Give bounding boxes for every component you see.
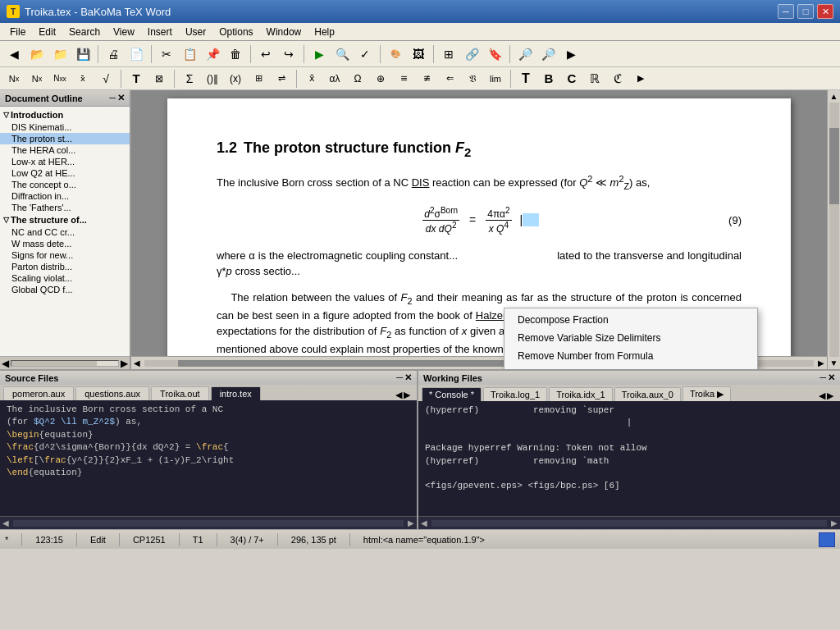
box-btn[interactable]: ⊠	[148, 68, 170, 89]
scroll-down[interactable]: ▼	[830, 358, 838, 368]
tab-aux0[interactable]: Troika.aux_0	[614, 387, 681, 401]
copy-button[interactable]: 📋	[179, 43, 200, 65]
dis-link[interactable]: DIS	[412, 176, 430, 189]
menu-user[interactable]: User	[179, 25, 212, 39]
source-close[interactable]: ✕	[404, 372, 412, 383]
matrix-btn[interactable]: ⊞	[248, 68, 269, 89]
menu-search[interactable]: Search	[62, 25, 107, 39]
open-button[interactable]: 📂	[26, 43, 48, 65]
open2-button[interactable]: 📁	[49, 43, 71, 65]
minimize-button[interactable]: ─	[778, 4, 794, 19]
paren-btn[interactable]: (x)	[225, 68, 246, 89]
hscroll-left[interactable]: ◀	[131, 358, 143, 368]
work-hscroll-left[interactable]: ◀	[418, 518, 430, 527]
outline-scaling[interactable]: Scaling violat...	[0, 272, 130, 284]
outline-dis[interactable]: DIS Kinemati...	[0, 121, 130, 133]
save-button[interactable]: 💾	[72, 43, 94, 65]
omega-btn[interactable]: Ω	[347, 68, 368, 89]
menu-insert[interactable]: Insert	[141, 25, 179, 39]
scroll-up[interactable]: ▲	[830, 92, 838, 101]
delete-button[interactable]: 🗑	[225, 43, 246, 65]
ctx-remove-delim[interactable]: Remove Variable Size Delimiters	[504, 329, 757, 347]
outline-nc-cc[interactable]: NC and CC cr...	[0, 226, 130, 238]
outline-signs[interactable]: Signs for new...	[0, 249, 130, 261]
spell-btn[interactable]: ✓	[354, 43, 376, 65]
text-T-btn[interactable]: T	[126, 68, 147, 89]
menu-view[interactable]: View	[107, 25, 141, 39]
bookmark-btn[interactable]: 🔖	[484, 43, 505, 65]
working-content[interactable]: (hyperref) removing `super | Package hyp…	[418, 401, 840, 516]
more2-btn[interactable]: ▶	[630, 68, 651, 89]
outline-lowq2[interactable]: Low Q2 at HE...	[0, 167, 130, 179]
redo-button[interactable]: ↪	[278, 43, 299, 65]
frac-simple-btn[interactable]: x̄	[72, 68, 94, 89]
print-button[interactable]: 🖨	[103, 43, 124, 65]
romanR-btn[interactable]: ℝ	[584, 68, 605, 89]
tab-log1[interactable]: Troika.log_1	[483, 387, 547, 401]
source-hscrollbar[interactable]: ◀ ▶	[0, 516, 417, 529]
oplus-btn[interactable]: ⊕	[370, 68, 391, 89]
sqrt-btn[interactable]: √	[95, 68, 116, 89]
outline-diffraction[interactable]: Diffraction in...	[0, 190, 130, 202]
back-button[interactable]: ◀	[3, 43, 25, 65]
alpha-btn[interactable]: αλ	[324, 68, 345, 89]
src-hscroll-right[interactable]: ▶	[405, 518, 417, 527]
menu-help[interactable]: Help	[308, 25, 341, 39]
outline-introduction[interactable]: ▽ Introduction	[0, 108, 130, 121]
sub-btn[interactable]: Nx	[26, 68, 48, 89]
outline-fathers[interactable]: The 'Fathers'...	[0, 202, 130, 213]
outline-proton-struct[interactable]: The proton st...	[0, 133, 130, 144]
source-content[interactable]: The inclusive Born cross section of a NC…	[0, 400, 417, 516]
calC-btn[interactable]: ℭ	[607, 68, 628, 89]
paste-button[interactable]: 📌	[202, 43, 223, 65]
outline-hera[interactable]: The HERA col...	[0, 144, 130, 156]
gothic-btn[interactable]: 𝔙	[462, 68, 483, 89]
romanC-btn[interactable]: C	[561, 68, 582, 89]
outline-parton[interactable]: Parton distrib...	[0, 261, 130, 272]
arrow2-btn[interactable]: ⇐	[439, 68, 460, 89]
sum-btn[interactable]: Σ	[179, 68, 200, 89]
bracket-btn[interactable]: ()‖	[202, 68, 223, 89]
outline-w-mass[interactable]: W mass dete...	[0, 238, 130, 249]
more-btn[interactable]: ▶	[560, 43, 582, 65]
tab-console[interactable]: * Console *	[422, 387, 482, 401]
maximize-button[interactable]: □	[797, 4, 814, 19]
zoom-out-btn[interactable]: 🔎	[537, 43, 559, 65]
super-btn[interactable]: Nx	[3, 68, 25, 89]
outline-structure-section[interactable]: ▽ The structure of...	[0, 213, 130, 226]
doc-vscrollbar[interactable]: ▲ ▼	[827, 90, 840, 369]
scroll-left[interactable]: ◀	[2, 358, 9, 369]
src-next[interactable]: ▶	[404, 390, 410, 400]
image-btn[interactable]: 🖼	[408, 43, 429, 65]
outline-concept[interactable]: The concept o...	[0, 179, 130, 190]
outline-scrollbar[interactable]: ◀ ▶	[0, 356, 130, 369]
work-hscroll-right[interactable]: ▶	[829, 518, 840, 527]
tab-questions[interactable]: questions.aux	[75, 386, 149, 400]
ctx-remove-num[interactable]: Remove Number from Formula	[504, 347, 757, 365]
lim-btn[interactable]: lim	[485, 68, 506, 89]
tab-pomeron[interactable]: pomeron.aux	[3, 386, 74, 400]
arrows-btn[interactable]: ⇌	[271, 68, 292, 89]
print2-button[interactable]: 📄	[126, 43, 147, 65]
status-icon[interactable]	[819, 532, 835, 547]
tab-idx1[interactable]: Troika.idx_1	[549, 387, 613, 401]
ctx-decompose[interactable]: Decompose Fraction	[504, 311, 757, 329]
outline-minus[interactable]: ─	[109, 93, 116, 103]
compile-button[interactable]: ▶	[308, 43, 330, 65]
structure-collapse[interactable]: ▽	[3, 216, 9, 224]
menu-file[interactable]: File	[3, 25, 32, 39]
zoom-in-btn[interactable]: 🔎	[514, 43, 536, 65]
menu-window[interactable]: Window	[260, 25, 308, 39]
color-btn[interactable]: 🎨	[385, 43, 406, 65]
boldB-btn[interactable]: B	[538, 68, 559, 89]
table-btn[interactable]: ⊞	[438, 43, 459, 65]
outline-close[interactable]: ✕	[117, 93, 125, 103]
bigT-btn[interactable]: T	[515, 68, 536, 89]
collapse-icon[interactable]: ▽	[3, 111, 9, 119]
doc-scroll[interactable]: 1.2 The proton structure function F2 The…	[131, 90, 827, 369]
hscroll-right[interactable]: ▶	[815, 358, 827, 368]
cut-button[interactable]: ✂	[156, 43, 177, 65]
link-btn[interactable]: 🔗	[461, 43, 482, 65]
source-minimize[interactable]: ─	[396, 372, 403, 383]
scroll-right[interactable]: ▶	[121, 358, 128, 369]
